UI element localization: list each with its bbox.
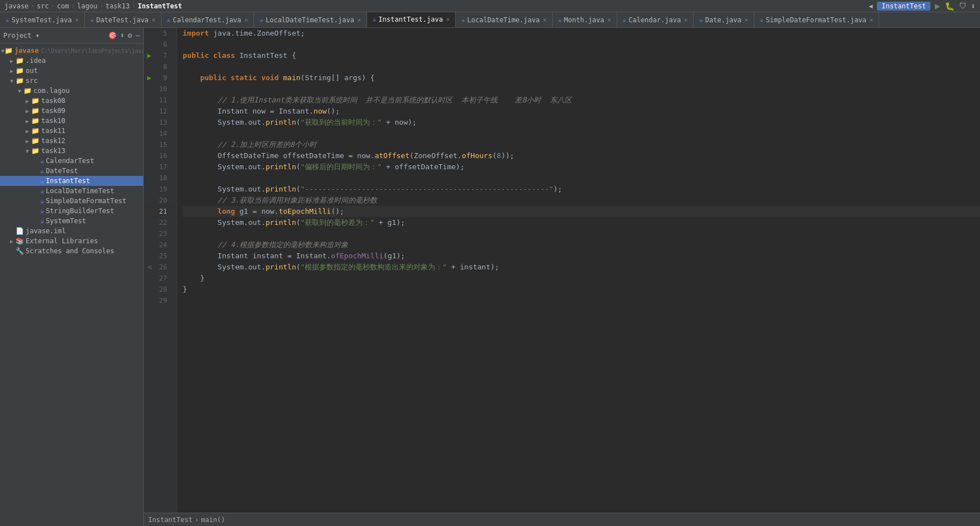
profile-button[interactable]: ⬇ <box>971 2 976 11</box>
nav-instanttest[interactable]: InstantTest <box>138 2 182 10</box>
java-icon: ☕ <box>6 16 9 23</box>
nav-com[interactable]: com <box>57 2 69 10</box>
tab-instanttest[interactable]: ☕ InstantTest.java ✕ <box>367 12 456 28</box>
tab-label: SimpleDateFormatTest.java <box>766 16 866 24</box>
debug-button[interactable]: 🐛 <box>945 2 954 11</box>
settings-icon[interactable]: ⚙ <box>128 31 132 40</box>
tree-out[interactable]: ▶ 📁 out <box>0 66 143 76</box>
java-icon: ☕ <box>760 16 764 23</box>
code-line-22: System.out.println("获取到的毫秒差为：" + g1); <box>183 217 980 228</box>
sidebar-header: Project ▾ 🎯 ⬍ ⚙ — <box>0 28 143 43</box>
tab-close[interactable]: ✕ <box>608 17 611 23</box>
code-content[interactable]: import java.time.ZoneOffset; public clas… <box>177 28 980 513</box>
tab-label: LocalDateTimeTest.java <box>266 16 354 24</box>
folder-icon: 📁 <box>4 47 13 55</box>
tree-task08[interactable]: ▶ 📁 task08 <box>0 96 143 106</box>
tab-label: CalendarTest.java <box>173 16 241 24</box>
tab-systemtest[interactable]: ☕ SystemTest.java ✕ <box>0 12 85 28</box>
nav-task13[interactable]: task13 <box>105 2 129 10</box>
breadcrumb-class: InstantTest <box>148 516 192 524</box>
code-line-12: Instant now = Instant.now(); <box>183 106 980 117</box>
main-layout: Project ▾ 🎯 ⬍ ⚙ — ▼ 📁 javase C:\Users\Ma… <box>0 28 980 526</box>
tab-calendartest[interactable]: ☕ CalendarTest.java ✕ <box>162 12 254 28</box>
back-button[interactable]: ◀ <box>869 2 872 10</box>
run-gutter-9[interactable]: ▶ <box>144 72 155 83</box>
tree-label: src <box>26 77 38 85</box>
tab-bar: ☕ SystemTest.java ✕ ☕ DateTest.java ✕ ☕ … <box>0 12 980 28</box>
locate-file-icon[interactable]: 🎯 <box>108 31 117 40</box>
tab-localdatetimetest[interactable]: ☕ LocalDateTimeTest.java ✕ <box>254 12 367 28</box>
tree-label: LocalDateTimeTest <box>46 187 114 195</box>
breadcrumb-method: main() <box>201 516 225 524</box>
tab-label: LocalDateTime.java <box>467 16 540 24</box>
folder-icon: 📁 <box>16 67 24 75</box>
tree-task11[interactable]: ▶ 📁 task11 <box>0 126 143 136</box>
tab-close[interactable]: ✕ <box>543 17 547 23</box>
tab-close[interactable]: ✕ <box>684 17 688 23</box>
java-file-icon: ☕ <box>40 187 44 195</box>
project-tree: ▼ 📁 javase C:\Users\Marz\IdeaProjects\ja… <box>0 43 143 526</box>
line-num-6: 6 <box>144 39 177 50</box>
tree-systemtest[interactable]: ☕ SystemTest <box>0 216 143 226</box>
tree-javase[interactable]: ▼ 📁 javase C:\Users\Marz\IdeaProjects\ja… <box>0 46 143 56</box>
tab-localdatetime[interactable]: ☕ LocalDateTime.java ✕ <box>456 12 553 28</box>
tab-close[interactable]: ✕ <box>870 17 873 23</box>
tree-comlagou[interactable]: ▼ 📁 com.lagou <box>0 86 143 96</box>
tree-label: javase <box>14 47 38 55</box>
run-config-label[interactable]: InstantTest <box>877 2 930 11</box>
tab-calendar[interactable]: ☕ Calendar.java ✕ <box>617 12 694 28</box>
java-icon: ☕ <box>461 16 465 23</box>
tab-close[interactable]: ✕ <box>358 17 361 23</box>
java-icon: ☕ <box>558 16 562 23</box>
tree-localdatetimetest[interactable]: ☕ LocalDateTimeTest <box>0 186 143 196</box>
top-bar: javase › src › com › lagou › task13 › In… <box>0 0 980 12</box>
tree-task09[interactable]: ▶ 📁 task09 <box>0 106 143 116</box>
tab-label: SystemTest.java <box>12 16 72 24</box>
tree-instanttest[interactable]: ☕ InstantTest <box>0 176 143 186</box>
tab-close[interactable]: ✕ <box>152 17 155 23</box>
nav-lagou[interactable]: lagou <box>77 2 97 10</box>
run-gutter-7[interactable]: ▶ <box>144 50 155 61</box>
tree-javase-iml[interactable]: 📄 javase.iml <box>0 226 143 236</box>
tree-task13[interactable]: ▼ 📁 task13 <box>0 146 143 156</box>
tree-idea[interactable]: ▶ 📁 .idea <box>0 56 143 66</box>
tab-date[interactable]: ☕ Date.java ✕ <box>694 12 754 28</box>
tab-close[interactable]: ✕ <box>446 16 450 22</box>
code-line-5: import java.time.ZoneOffset; <box>183 28 980 39</box>
folder-icon: 📁 <box>16 57 24 65</box>
tree-datetest[interactable]: ☕ DateTest <box>0 166 143 176</box>
folder-icon: 📁 <box>31 117 40 125</box>
folder-icon: 📁 <box>31 107 40 115</box>
tab-close[interactable]: ✕ <box>75 17 79 23</box>
nav-javase[interactable]: javase <box>4 2 28 10</box>
line-numbers-gutter: 5 6 ▶ 7 8 ▶ 9 <box>144 28 177 513</box>
library-icon: 📚 <box>16 237 24 245</box>
tab-close[interactable]: ✕ <box>745 17 748 23</box>
tree-src[interactable]: ▼ 📁 src <box>0 76 143 86</box>
tree-task12[interactable]: ▶ 📁 task12 <box>0 136 143 146</box>
folder-icon: 📁 <box>16 77 24 85</box>
code-line-23 <box>183 228 980 239</box>
tree-scratches-consoles[interactable]: 🔧 Scratches and Consoles <box>0 246 143 256</box>
close-sidebar-icon[interactable]: — <box>135 31 140 40</box>
coverage-button[interactable]: ⛉ <box>959 2 967 11</box>
tab-datetest[interactable]: ☕ DateTest.java ✕ <box>85 12 162 28</box>
tree-label: .idea <box>26 57 46 65</box>
tree-calendartest[interactable]: ☕ CalendarTest <box>0 156 143 166</box>
tab-simpledateformattest[interactable]: ☕ SimpleDateFormatTest.java ✕ <box>754 12 879 28</box>
code-editor[interactable]: 5 6 ▶ 7 8 ▶ 9 <box>144 28 980 513</box>
tree-external-libraries[interactable]: ▶ 📚 External Libraries <box>0 236 143 246</box>
tree-task10[interactable]: ▶ 📁 task10 <box>0 116 143 126</box>
tree-simpledateformattest[interactable]: ☕ SimpleDateFormatTest <box>0 196 143 206</box>
tab-close[interactable]: ✕ <box>245 17 248 23</box>
nav-src[interactable]: src <box>37 2 49 10</box>
tree-label: out <box>26 67 38 75</box>
java-icon: ☕ <box>167 16 171 23</box>
code-line-6 <box>183 39 980 50</box>
run-button[interactable]: ▶ <box>935 1 940 11</box>
expand-all-icon[interactable]: ⬍ <box>120 31 125 40</box>
java-icon: ☕ <box>623 16 627 23</box>
tree-stringbuildertest[interactable]: ☕ StringBuilderTest <box>0 206 143 216</box>
tab-month[interactable]: ☕ Month.java ✕ <box>553 12 617 28</box>
java-icon: ☕ <box>699 16 703 23</box>
